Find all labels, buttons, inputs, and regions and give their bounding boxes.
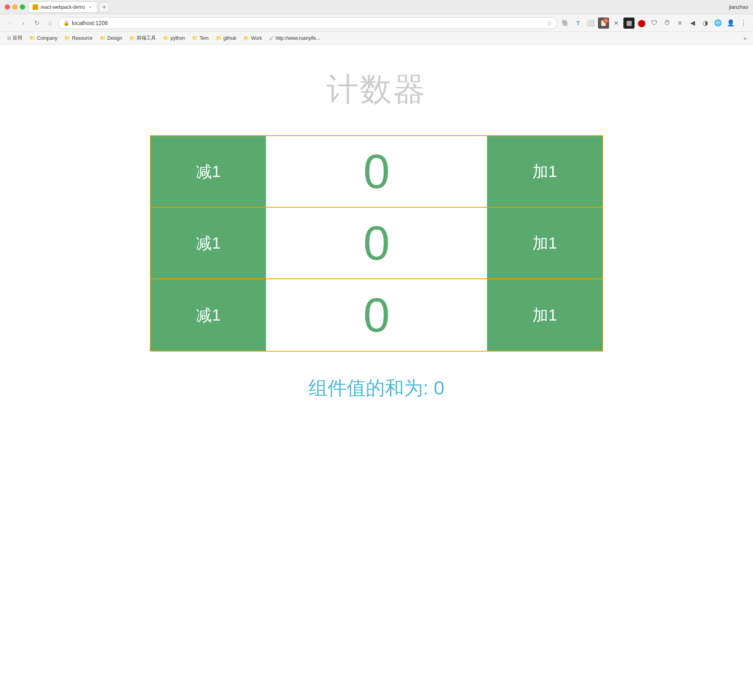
url-text: localhost:1208 xyxy=(72,20,544,26)
counter-row-2: 减1 0 加1 xyxy=(151,208,602,279)
close-icon[interactable]: ✕ xyxy=(611,18,622,29)
window-user: jianzhao xyxy=(729,4,748,10)
bookmark-resource[interactable]: 📁 Resource xyxy=(61,34,95,42)
counter-row-1: 减1 0 加1 xyxy=(151,136,602,208)
decrement-button-1[interactable]: 减1 xyxy=(151,136,266,207)
ext1-icon[interactable]: ◀ xyxy=(687,18,698,29)
bookmark-ruanyife[interactable]: 🖊 http://www.ruanyife... xyxy=(266,34,323,42)
increment-button-1[interactable]: 加1 xyxy=(487,136,602,207)
close-window-button[interactable] xyxy=(5,4,10,10)
bookmark-work[interactable]: 📁 Work xyxy=(240,34,265,42)
bookmark-design[interactable]: 📁 Design xyxy=(97,34,125,42)
counter-row-3: 减1 0 加1 xyxy=(151,279,602,351)
blocker-icon[interactable]: 🛡 xyxy=(649,18,660,29)
bookmark-github[interactable]: 📁 github xyxy=(213,34,240,42)
bookmark-frontend-tools[interactable]: 📁 前端工具 xyxy=(126,33,159,43)
page-title: 计数器 xyxy=(326,68,427,111)
bookmark-star-icon[interactable]: ☆ xyxy=(547,19,552,27)
folder-icon: 📁 xyxy=(192,35,198,41)
time-icon[interactable]: ⏱ xyxy=(662,18,673,29)
folder-icon: 📁 xyxy=(100,35,106,41)
folder-icon: 📁 xyxy=(29,35,35,41)
clipboard-badge: 4 xyxy=(603,18,609,23)
address-bar[interactable]: 🔒 localhost:1208 ☆ xyxy=(58,17,557,29)
toolbar: ‹ › ↻ ⌂ 🔒 localhost:1208 ☆ 🐘 T ⬜ 📋 4 ✕ ▦… xyxy=(0,14,753,32)
apps-grid-icon: ⊞ xyxy=(7,35,11,41)
tab-close-button[interactable]: × xyxy=(87,4,93,10)
capture-icon[interactable]: ⬜ xyxy=(585,18,596,29)
titlebar: react-webpack-demo × + jianzhao xyxy=(0,0,753,14)
folder-icon: 📁 xyxy=(64,35,70,41)
bookmarks-bar: ⊞ 应用 📁 Company 📁 Resource 📁 Design 📁 前端工… xyxy=(0,32,753,45)
back-button[interactable]: ‹ xyxy=(4,18,15,29)
folder-icon: 📁 xyxy=(243,35,249,41)
bookmark-apps[interactable]: ⊞ 应用 xyxy=(4,33,25,43)
lock-icon: 🔒 xyxy=(63,20,70,26)
bookmark-python[interactable]: 📁 python xyxy=(160,34,188,42)
bookmark-tem[interactable]: 📁 Tem xyxy=(189,34,212,42)
refresh-button[interactable]: ↻ xyxy=(31,18,42,29)
folder-icon: 📁 xyxy=(216,35,222,41)
bookmark-company[interactable]: 📁 Company xyxy=(26,34,60,42)
qr-icon[interactable]: ▦ xyxy=(623,18,635,29)
tab-favicon xyxy=(33,4,38,10)
sum-display: 组件值的和为: 0 xyxy=(309,375,444,401)
folder-icon: 📁 xyxy=(163,35,169,41)
increment-button-2[interactable]: 加1 xyxy=(487,208,602,278)
folder-icon: 📁 xyxy=(129,35,135,41)
lastpass-icon[interactable]: ⬤ xyxy=(636,18,647,29)
globe-icon[interactable]: 🌐 xyxy=(712,18,724,29)
clipboard-icon[interactable]: 📋 4 xyxy=(598,18,609,29)
home-button[interactable]: ⌂ xyxy=(45,18,56,29)
avatar-icon[interactable]: 👤 xyxy=(725,18,736,29)
tab-bar: react-webpack-demo × + xyxy=(28,2,726,13)
notes-icon[interactable]: ≡ xyxy=(674,18,685,29)
new-tab-button[interactable]: + xyxy=(99,2,109,12)
evernote-icon[interactable]: 🐘 xyxy=(560,18,571,29)
decrement-button-2[interactable]: 减1 xyxy=(151,208,266,278)
bookmarks-overflow-button[interactable]: » xyxy=(741,33,749,43)
increment-button-3[interactable]: 加1 xyxy=(487,279,602,351)
translate-icon[interactable]: T xyxy=(573,18,584,29)
counter-grid: 减1 0 加1 减1 0 加1 减1 0 加1 xyxy=(150,135,603,352)
toolbar-extensions: 🐘 T ⬜ 📋 4 ✕ ▦ ⬤ 🛡 ⏱ ≡ ◀ ◑ 🌐 👤 ⋮ xyxy=(560,18,749,29)
tab-title: react-webpack-demo xyxy=(41,4,85,10)
active-tab[interactable]: react-webpack-demo × xyxy=(28,2,97,13)
counter-value-3: 0 xyxy=(266,279,487,351)
counter-value-2: 0 xyxy=(266,208,487,278)
maximize-window-button[interactable] xyxy=(20,4,25,10)
ext2-icon[interactable]: ◑ xyxy=(700,18,711,29)
traffic-lights xyxy=(5,4,25,10)
counter-value-1: 0 xyxy=(266,136,487,207)
menu-icon[interactable]: ⋮ xyxy=(738,18,749,29)
forward-button[interactable]: › xyxy=(17,18,29,29)
page-content: 计数器 减1 0 加1 减1 0 加1 减1 0 加1 组件值的和为: 0 xyxy=(0,45,753,417)
minimize-window-button[interactable] xyxy=(12,4,17,10)
decrement-button-3[interactable]: 减1 xyxy=(151,279,266,351)
page-icon: 🖊 xyxy=(269,35,274,41)
